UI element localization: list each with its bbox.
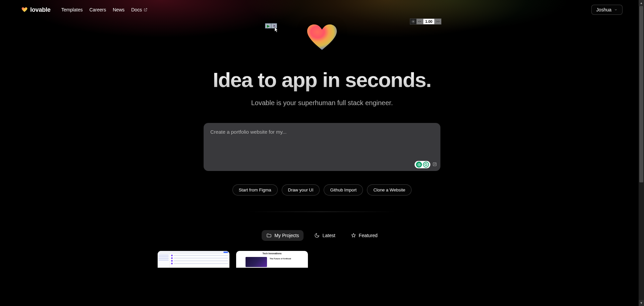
user-name: Joshua bbox=[596, 7, 611, 12]
tab-my-projects-label: My Projects bbox=[274, 233, 299, 238]
tab-my-projects[interactable]: My Projects bbox=[262, 230, 304, 241]
project-cards-row: Tech Innovations The Future of Artificia… bbox=[158, 251, 486, 268]
star-icon bbox=[351, 233, 356, 238]
grammarly-pill[interactable]: G bbox=[415, 161, 430, 168]
folder-icon bbox=[266, 233, 272, 238]
prompt-input[interactable] bbox=[210, 129, 434, 165]
hero-headline: Idea to app in seconds. bbox=[213, 68, 431, 92]
quick-actions-row: Start from Figma Draw your UI Github Imp… bbox=[232, 184, 412, 195]
svg-point-0 bbox=[413, 21, 414, 22]
top-nav: lovable Templates Careers News Docs Josh… bbox=[0, 0, 644, 19]
grammarly-g-icon: G bbox=[423, 162, 429, 168]
section-divider bbox=[248, 212, 396, 212]
zoom-prev-button[interactable]: << bbox=[417, 18, 423, 25]
scroll-thumb[interactable] bbox=[639, 6, 643, 182]
hero-logo bbox=[306, 23, 338, 54]
moon-icon bbox=[314, 233, 320, 238]
nav-links: Templates Careers News Docs bbox=[61, 7, 148, 12]
hero-subhead: Lovable is your superhuman full stack en… bbox=[251, 99, 393, 107]
github-import-button[interactable]: Github Import bbox=[324, 184, 363, 195]
draw-ui-button[interactable]: Draw your UI bbox=[282, 184, 320, 195]
heart-icon bbox=[21, 7, 28, 12]
card2-title: Tech Innovations bbox=[236, 252, 308, 255]
project-card-1[interactable] bbox=[158, 251, 229, 268]
project-tabs: My Projects Latest Featured bbox=[262, 230, 382, 241]
hero-section: Idea to app in seconds. Lovable is your … bbox=[0, 19, 644, 268]
tab-latest-label: Latest bbox=[322, 233, 335, 238]
user-menu-button[interactable]: Joshua bbox=[591, 5, 623, 15]
playback-close-icon[interactable]: ✕ bbox=[271, 24, 277, 28]
brand-name: lovable bbox=[30, 6, 51, 13]
chevron-down-icon bbox=[614, 8, 618, 11]
clone-website-button[interactable]: Clone a Website bbox=[367, 184, 412, 195]
nav-careers[interactable]: Careers bbox=[89, 7, 106, 12]
scroll-up-arrow[interactable]: ▲ bbox=[639, 0, 644, 6]
tab-featured-label: Featured bbox=[359, 233, 378, 238]
prompt-box: G bbox=[204, 123, 440, 171]
scroll-down-arrow[interactable]: ▼ bbox=[639, 300, 644, 306]
playback-widget: ▶ ✕ bbox=[265, 23, 277, 29]
brand-logo[interactable]: lovable bbox=[21, 6, 51, 13]
nav-docs[interactable]: Docs bbox=[131, 7, 148, 12]
tab-featured[interactable]: Featured bbox=[346, 230, 382, 241]
card2-thumbnail bbox=[246, 257, 267, 267]
zoom-value: 1.00 bbox=[423, 18, 435, 25]
nav-news[interactable]: News bbox=[113, 7, 124, 12]
expand-icon[interactable] bbox=[432, 162, 437, 168]
settings-gear-icon[interactable] bbox=[410, 18, 417, 25]
playback-play-icon[interactable]: ▶ bbox=[265, 24, 271, 28]
tab-latest[interactable]: Latest bbox=[310, 230, 340, 241]
prompt-actions: G bbox=[415, 161, 437, 168]
heart-icon bbox=[306, 23, 338, 52]
project-card-2[interactable]: Tech Innovations The Future of Artificia… bbox=[236, 251, 308, 268]
nav-templates[interactable]: Templates bbox=[61, 7, 83, 12]
page-scrollbar[interactable]: ▲ ▼ bbox=[639, 0, 644, 306]
card2-headline: The Future of Artificial bbox=[270, 258, 300, 260]
grammarly-status-icon bbox=[416, 162, 422, 168]
start-figma-button[interactable]: Start from Figma bbox=[232, 184, 278, 195]
zoom-widget: << 1.00 >> bbox=[410, 18, 441, 25]
nav-docs-label: Docs bbox=[131, 7, 142, 12]
external-link-icon bbox=[144, 8, 148, 12]
zoom-next-button[interactable]: >> bbox=[435, 18, 441, 25]
scroll-track[interactable] bbox=[639, 6, 644, 300]
